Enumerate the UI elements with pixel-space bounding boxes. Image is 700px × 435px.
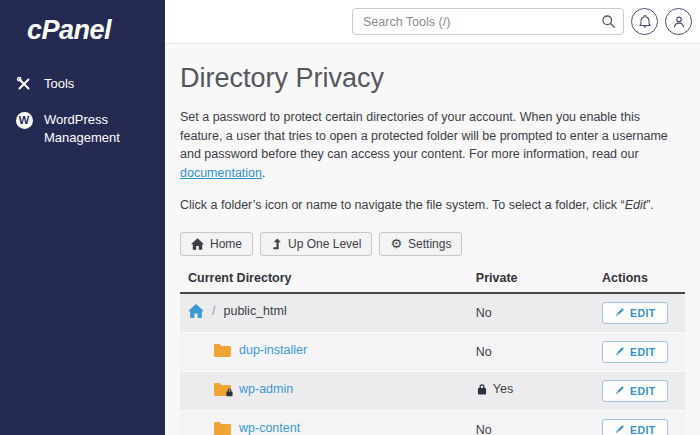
content: Directory Privacy Set a password to prot… [165, 44, 700, 435]
pencil-icon [614, 424, 625, 435]
user-icon [672, 15, 686, 29]
instruction-paragraph: Click a folder’s icon or name to navigat… [180, 196, 685, 215]
header-private: Private [468, 265, 594, 293]
sidebar-item-wordpress-management[interactable]: W WordPress Management [0, 102, 165, 155]
documentation-link[interactable]: documentation [180, 166, 262, 180]
instruction-text: Click a folder’s icon or name to navigat… [180, 198, 625, 212]
gear-icon: ⚙ [390, 237, 402, 250]
directory-table: Current Directory Private Actions / publ… [180, 265, 685, 435]
sidebar-item-label: Tools [44, 75, 74, 93]
edit-button-label: EDIT [630, 424, 656, 435]
intro-suffix: . [262, 166, 265, 180]
folder-icon[interactable] [213, 382, 231, 396]
edit-button-label: EDIT [630, 307, 656, 319]
search-wrap [352, 8, 624, 35]
sidebar: cPanel Tools W WordPress Management [0, 0, 165, 435]
table-row: dup-installer No EDIT [180, 332, 685, 371]
pencil-icon [614, 385, 625, 396]
sidebar-menu: Tools W WordPress Management [0, 66, 165, 155]
folder-icon[interactable] [213, 421, 231, 435]
table-row: wp-admin Yes EDIT [180, 371, 685, 410]
notifications-button[interactable] [631, 8, 658, 35]
instruction-emphasis: Edit [625, 198, 647, 212]
breadcrumb-separator: / [212, 304, 215, 318]
directory-toolbar: Home Up One Level ⚙ Settings [180, 232, 685, 256]
directory-name[interactable]: public_html [223, 304, 286, 318]
directory-table-body: / public_html No EDIT [180, 293, 685, 435]
search-icon [601, 14, 616, 29]
directory-name[interactable]: wp-admin [239, 382, 293, 396]
edit-button-label: EDIT [630, 346, 656, 358]
private-value: No [476, 423, 492, 435]
edit-button[interactable]: EDIT [602, 419, 668, 435]
table-row: / public_html No EDIT [180, 293, 685, 333]
wordpress-icon: W [15, 111, 33, 129]
intro-paragraph: Set a password to protect certain direct… [180, 108, 685, 182]
page-title: Directory Privacy [180, 63, 685, 94]
settings-button-label: Settings [408, 237, 451, 251]
settings-button[interactable]: ⚙ Settings [379, 232, 462, 256]
cpanel-logo[interactable]: cPanel [0, 0, 165, 46]
private-value: No [476, 306, 492, 320]
table-header-row: Current Directory Private Actions [180, 265, 685, 293]
edit-button[interactable]: EDIT [602, 302, 668, 324]
private-value: Yes [493, 382, 513, 396]
bell-icon [638, 15, 652, 29]
folder-icon[interactable] [213, 343, 231, 357]
app-window: cPanel Tools W WordPress Management [0, 0, 700, 435]
home-button-label: Home [210, 237, 242, 251]
private-value: No [476, 345, 492, 359]
table-row: wp-content No EDIT [180, 410, 685, 435]
sidebar-item-tools[interactable]: Tools [0, 66, 165, 102]
user-account-button[interactable] [665, 8, 692, 35]
header-current-directory: Current Directory [180, 265, 468, 293]
up-one-level-button[interactable]: Up One Level [260, 232, 372, 256]
up-one-level-label: Up One Level [288, 237, 361, 251]
instruction-suffix: ”. [646, 198, 654, 212]
edit-button-label: EDIT [630, 385, 656, 397]
pencil-icon [614, 307, 625, 318]
folder-lock-icon [225, 387, 234, 398]
home-button[interactable]: Home [180, 232, 253, 256]
topbar [165, 0, 700, 44]
sidebar-item-label: WordPress Management [44, 111, 140, 146]
pencil-icon [614, 346, 625, 357]
tools-icon [15, 75, 33, 93]
header-actions: Actions [594, 265, 685, 293]
main-area: Directory Privacy Set a password to prot… [165, 0, 700, 435]
level-up-icon [271, 238, 282, 250]
home-icon [191, 238, 204, 250]
directory-name[interactable]: wp-content [239, 421, 300, 435]
edit-button[interactable]: EDIT [602, 380, 668, 402]
home-breadcrumb-icon[interactable] [188, 304, 204, 318]
lock-icon [476, 383, 488, 396]
directory-name[interactable]: dup-installer [239, 343, 307, 357]
intro-text: Set a password to protect certain direct… [180, 110, 668, 161]
search-input[interactable] [352, 8, 624, 35]
edit-button[interactable]: EDIT [602, 341, 668, 363]
